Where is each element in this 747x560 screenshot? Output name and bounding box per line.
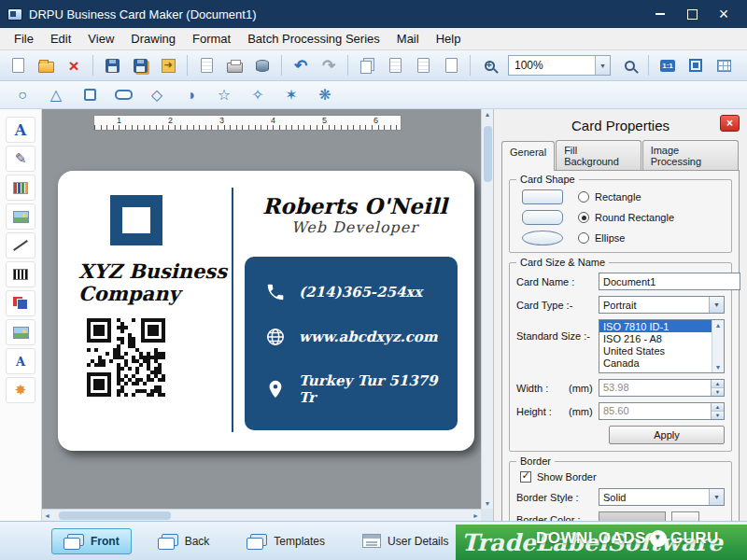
insert-button[interactable] [438, 53, 464, 77]
zoom-in-button[interactable] [476, 53, 502, 77]
save-button[interactable] [99, 53, 125, 77]
maximize-button[interactable] [676, 2, 708, 26]
menu-format[interactable]: Format [184, 29, 239, 49]
spin-up-icon[interactable]: ▲ [712, 403, 724, 412]
spin-up-icon[interactable]: ▲ [712, 380, 724, 388]
sparkle-shape-button[interactable]: ✧ [245, 83, 271, 107]
scroll-right-icon[interactable]: ► [471, 511, 481, 521]
radio-rectangle[interactable] [578, 191, 589, 203]
front-button[interactable]: Front [51, 528, 132, 554]
actual-size-button[interactable]: 1:1 [655, 53, 681, 77]
contact-panel[interactable]: (214)365-254xx www.abcdxyz.com Turkey Tu… [245, 257, 458, 430]
templates-button[interactable]: Templates [235, 529, 336, 553]
radio-round-rectangle[interactable] [578, 212, 589, 223]
menu-mail[interactable]: Mail [388, 29, 428, 49]
list-item[interactable]: United States [599, 344, 724, 357]
list-item[interactable]: ISO 216 - A8 [599, 332, 724, 344]
person-block[interactable]: Roberts O'Neill Web Developer [243, 193, 467, 236]
radio-ellipse[interactable] [578, 232, 589, 244]
new-document-button[interactable] [5, 53, 31, 77]
star-tool-button[interactable]: ✸ [6, 377, 35, 403]
zoom-level-combo[interactable]: 100% ▼ [508, 55, 611, 76]
design-canvas[interactable]: 1 2 3 4 5 6 XYZ Business Company [42, 109, 493, 521]
wordart-tool-button[interactable]: A [6, 348, 35, 374]
tab-general[interactable]: General [501, 141, 555, 171]
barcode-tool-button[interactable] [6, 261, 35, 287]
minimize-button[interactable] [644, 2, 676, 26]
chevron-down-icon[interactable]: ▼ [709, 489, 724, 505]
vertical-scrollbar[interactable]: ▲ ▼ [481, 109, 493, 509]
horizontal-scrollbar[interactable]: ◄ ► [42, 509, 481, 521]
rounded-rect-shape-button[interactable] [110, 83, 136, 107]
square-shape-button[interactable] [77, 83, 103, 107]
triangle-shape-button[interactable]: △ [43, 83, 69, 107]
close-panel-button[interactable] [720, 115, 740, 132]
clipart-tool-button[interactable] [6, 319, 35, 345]
undo-button[interactable] [288, 53, 314, 77]
notes-button[interactable] [193, 53, 219, 77]
save-as-button[interactable] [127, 53, 153, 77]
grid-button[interactable] [711, 53, 737, 77]
chevron-down-icon[interactable]: ▼ [709, 297, 724, 313]
arc-shape-button[interactable]: ◑ [177, 83, 204, 107]
ellipse-shape-button[interactable]: ○ [9, 83, 35, 107]
scroll-up-icon[interactable]: ▲ [483, 109, 493, 119]
list-item[interactable]: Canada [599, 357, 724, 369]
line-tool-button[interactable] [6, 232, 35, 259]
back-button[interactable]: Back [147, 529, 221, 553]
open-button[interactable] [33, 53, 59, 77]
scroll-up-icon[interactable]: ▲ [713, 320, 724, 330]
height-spinner[interactable]: 85.60 ▲▼ [599, 402, 725, 420]
gear-shape-button[interactable]: ✶ [278, 83, 304, 107]
image-tool-button[interactable] [6, 203, 35, 230]
menu-edit[interactable]: Edit [42, 29, 79, 49]
redo-button[interactable] [316, 53, 342, 77]
listbox-scrollbar[interactable]: ▲ ▼ [712, 320, 724, 372]
card-type-dropdown[interactable]: Portrait ▼ [599, 296, 725, 314]
border-color-browse-button[interactable]: ... [671, 511, 699, 521]
company-name[interactable]: XYZ Business Company [78, 260, 227, 305]
menu-batch-processing[interactable]: Batch Processing Series [239, 29, 388, 49]
card-name-input[interactable] [599, 273, 740, 290]
show-border-checkbox[interactable] [520, 471, 531, 483]
database-button[interactable] [249, 53, 275, 77]
tab-fill-background[interactable]: Fill Background [556, 140, 641, 170]
standard-size-listbox[interactable]: ISO 7810 ID-1 ISO 216 - A8 United States… [599, 319, 725, 373]
spin-down-icon[interactable]: ▼ [712, 388, 724, 396]
export-button[interactable] [155, 53, 181, 77]
scroll-down-icon[interactable]: ▼ [483, 498, 493, 509]
text-tool-button[interactable]: A [6, 117, 35, 143]
close-document-button[interactable] [61, 53, 87, 77]
menu-file[interactable]: File [6, 29, 42, 49]
vertical-scroll-thumb[interactable] [484, 126, 492, 182]
flower-shape-button[interactable]: ❋ [312, 83, 338, 107]
diamond-shape-button[interactable]: ◇ [144, 83, 170, 107]
zoom-out-button[interactable] [616, 53, 642, 77]
company-logo[interactable] [110, 195, 162, 245]
menu-drawing[interactable]: Drawing [122, 29, 184, 49]
copy-button[interactable] [354, 53, 380, 77]
menu-help[interactable]: Help [428, 29, 470, 49]
menu-view[interactable]: View [79, 29, 122, 49]
tab-image-processing[interactable]: Image Processing [642, 140, 739, 170]
business-card-preview[interactable]: XYZ Business Company Roberts O'Neill Web… [58, 171, 474, 451]
color-barcode-tool-button[interactable] [6, 175, 35, 201]
scroll-left-icon[interactable]: ◄ [42, 511, 52, 521]
scroll-down-icon[interactable]: ▼ [713, 362, 724, 372]
paste-button[interactable] [410, 53, 436, 77]
star-shape-button[interactable]: ☆ [211, 83, 237, 107]
close-button[interactable] [708, 2, 740, 26]
chevron-down-icon[interactable]: ▼ [595, 56, 610, 75]
pen-tool-button[interactable] [6, 146, 35, 172]
list-item[interactable]: ISO 7810 ID-1 [599, 320, 724, 332]
spin-down-icon[interactable]: ▼ [712, 412, 724, 419]
border-style-dropdown[interactable]: Solid ▼ [599, 488, 725, 506]
fit-window-button[interactable] [683, 53, 709, 77]
qr-code[interactable] [87, 318, 165, 397]
horizontal-scroll-thumb[interactable] [59, 511, 171, 520]
user-details-button[interactable]: User Details [351, 529, 459, 553]
cut-button[interactable] [382, 53, 408, 77]
border-color-swatch[interactable] [599, 511, 666, 521]
apply-button[interactable]: Apply [609, 426, 725, 444]
color-shapes-tool-button[interactable] [6, 290, 35, 316]
